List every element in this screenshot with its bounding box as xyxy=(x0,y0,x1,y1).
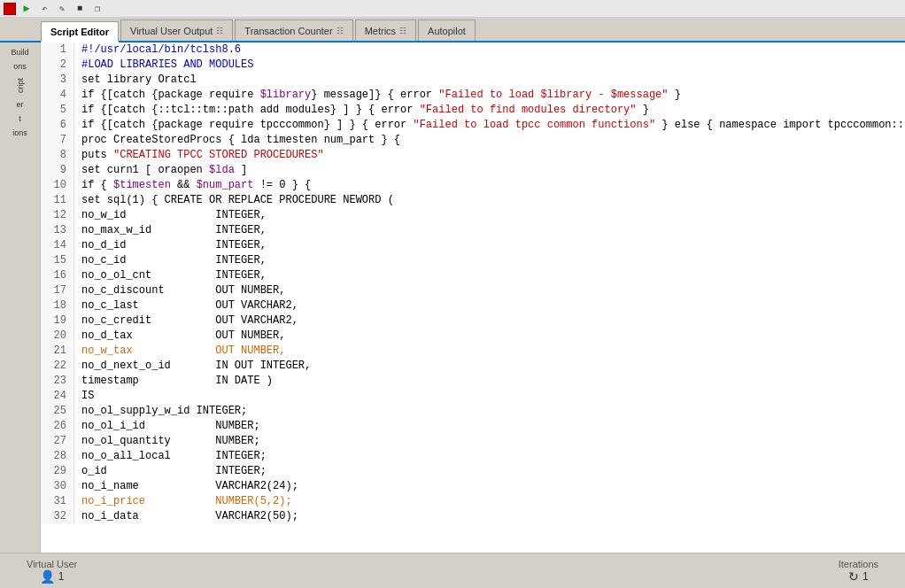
tab-virtual-user-output-close[interactable]: ☷ xyxy=(216,27,223,35)
extra-button[interactable]: ❐ xyxy=(90,2,104,16)
table-row: 9 set curn1 [ oraopen $lda ] xyxy=(41,163,905,178)
table-row: 10 if { $timesten && $num_part != 0 } { xyxy=(41,178,905,193)
table-row: 29 o_id INTEGER; xyxy=(41,464,905,479)
table-row: 17 no_c_discount OUT NUMBER, xyxy=(41,283,905,298)
user-icon: 👤 xyxy=(40,569,55,584)
table-row: 26 no_ol_i_id NUMBER; xyxy=(41,419,905,434)
tab-bar: Script Editor Virtual User Output ☷ Tran… xyxy=(0,18,905,43)
table-row: 13 no_max_w_id INTEGER, xyxy=(41,223,905,238)
sidebar-build[interactable]: Build xyxy=(9,46,30,58)
sidebar-ons[interactable]: ons xyxy=(12,60,28,73)
table-row: 1 #!/usr/local/bin/tclsh8.6 xyxy=(41,43,905,58)
sidebar-t[interactable]: t xyxy=(17,112,23,125)
iterations-value: 1 xyxy=(862,570,869,583)
sidebar-script[interactable]: cript xyxy=(14,74,27,97)
table-row: 3 set library Oratcl xyxy=(41,73,905,88)
play-button[interactable]: ▶ xyxy=(19,2,34,16)
tab-virtual-user-output-label: Virtual User Output xyxy=(130,26,213,36)
tab-transaction-counter-close[interactable]: ☷ xyxy=(336,27,344,35)
table-row: 12 no_w_id INTEGER, xyxy=(41,208,905,223)
tab-transaction-counter-label: Transaction Counter xyxy=(244,26,332,36)
table-row: 7 proc CreateStoredProcs { lda timesten … xyxy=(41,133,905,148)
tab-transaction-counter[interactable]: Transaction Counter ☷ xyxy=(235,19,352,41)
record-button[interactable]: ■ xyxy=(73,2,87,16)
tab-virtual-user-output[interactable]: Virtual User Output ☷ xyxy=(120,19,233,41)
table-row: 30 no_i_name VARCHAR2(24); xyxy=(41,479,905,494)
tab-script-editor-label: Script Editor xyxy=(50,27,109,37)
table-row: 11 set sql(1) { CREATE OR REPLACE PROCED… xyxy=(41,193,905,208)
table-row: 8 puts "CREATING TPCC STORED PROCEDURES" xyxy=(41,148,905,163)
main-container: Build ons cript er t ions 1 #!/usr/local… xyxy=(0,43,905,553)
virtual-user-label: Virtual User xyxy=(27,559,77,569)
table-row: 27 no_ol_quantity NUMBER; xyxy=(41,434,905,449)
table-row: 19 no_c_credit OUT VARCHAR2, xyxy=(41,313,905,329)
table-row: 16 no_o_ol_cnt INTEGER, xyxy=(41,268,905,283)
table-row: 2 #LOAD LIBRARIES AND MODULES xyxy=(41,58,905,73)
table-row: 23 timestamp IN DATE ) xyxy=(41,374,905,389)
table-row: 25 no_ol_supply_w_id INTEGER; xyxy=(41,404,905,419)
table-row: 28 no_o_all_local INTEGER; xyxy=(41,449,905,464)
toolbar: ▶ ↶ ✎ ■ ❐ xyxy=(0,0,905,18)
table-row: 31 no_i_price NUMBER(5,2); xyxy=(41,494,905,509)
table-row: 18 no_c_last OUT VARCHAR2, xyxy=(41,298,905,313)
sidebar-ions[interactable]: ions xyxy=(11,127,29,139)
table-row: 24 IS xyxy=(41,389,905,404)
table-row: 32 no_i_data VARCHAR2(50); xyxy=(41,509,905,524)
table-row: 6 if {[catch {package require tpcccommon… xyxy=(41,118,905,133)
iterations-label: Iterations xyxy=(839,559,878,569)
left-sidebar: Build ons cript er t ions xyxy=(0,43,41,553)
table-row: 21 no_w_tax OUT NUMBER, xyxy=(41,344,905,359)
sidebar-er[interactable]: er xyxy=(14,98,25,111)
iterations-icon: ↻ xyxy=(848,569,859,584)
stop-button[interactable] xyxy=(4,3,16,15)
tab-metrics[interactable]: Metrics ☷ xyxy=(355,19,416,41)
table-row: 20 no_d_tax OUT NUMBER, xyxy=(41,329,905,344)
tab-script-editor[interactable]: Script Editor xyxy=(41,21,119,43)
tab-autopilot[interactable]: Autopilot xyxy=(418,19,476,41)
table-row: 4 if {[catch {package require $library} … xyxy=(41,88,905,103)
status-bar: Virtual User 👤 1 Iterations ↻ 1 xyxy=(0,553,905,588)
table-row: 14 no_d_id INTEGER, xyxy=(41,238,905,253)
tab-metrics-close[interactable]: ☷ xyxy=(399,27,406,35)
edit-button[interactable]: ✎ xyxy=(55,2,69,16)
virtual-user-value: 1 xyxy=(58,570,65,583)
tab-autopilot-label: Autopilot xyxy=(428,26,466,36)
iterations-section: Iterations ↻ 1 xyxy=(839,559,878,584)
table-row: 5 if {[catch {::tcl::tm::path add module… xyxy=(41,103,905,118)
table-row: 15 no_c_id INTEGER, xyxy=(41,253,905,268)
table-row: 22 no_d_next_o_id IN OUT INTEGER, xyxy=(41,359,905,374)
virtual-user-section: Virtual User 👤 1 xyxy=(27,559,77,584)
editor-area[interactable]: 1 #!/usr/local/bin/tclsh8.6 2 #LOAD LIBR… xyxy=(41,43,905,553)
tab-metrics-label: Metrics xyxy=(365,26,396,36)
undo-button[interactable]: ↶ xyxy=(37,2,51,16)
